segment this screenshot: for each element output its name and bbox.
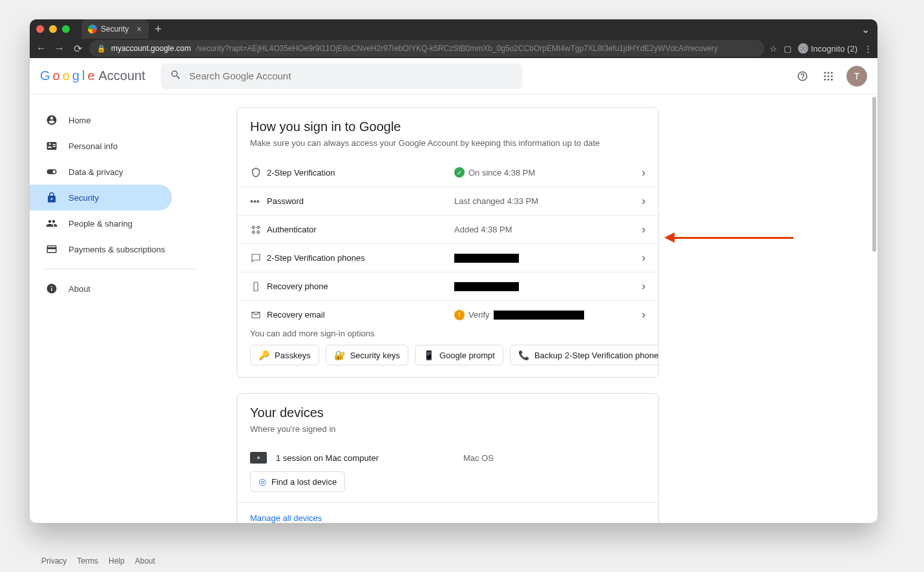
sidebar: Home Personal info Data & privacy Securi… (30, 94, 211, 523)
scrollbar[interactable] (872, 97, 876, 252)
chip-passkeys[interactable]: 🔑Passkeys (250, 345, 319, 365)
tab-title: Security (101, 25, 129, 34)
sidebar-item-label: Payments & subscriptions (68, 245, 165, 254)
incognito-indicator[interactable]: 👓 Incognito (2) (798, 43, 857, 54)
panel-icon[interactable]: ▢ (784, 44, 792, 54)
minimize-window-icon[interactable] (49, 25, 57, 33)
row-status: Last changed 4:33 PM (454, 196, 642, 206)
browser-tab[interactable]: Security × (81, 19, 149, 39)
row-2sv-phones[interactable]: 2-Step Verification phones › (237, 243, 658, 272)
warning-icon: ! (454, 310, 465, 320)
row-label: 2-Step Verification (267, 168, 454, 178)
target-icon: ◎ (258, 476, 266, 487)
phone-plus-icon: 📞 (518, 350, 529, 360)
row-label: 2-Step Verification phones (267, 253, 454, 263)
row-authenticator[interactable]: Authenticator Added 4:38 PM › (237, 215, 658, 243)
apps-grid-icon[interactable] (821, 68, 836, 84)
check-icon: ✓ (454, 167, 465, 178)
sidebar-item-label: Data & privacy (68, 167, 123, 177)
chip-google-prompt[interactable]: 📱Google prompt (415, 345, 503, 365)
footer-terms[interactable]: Terms (77, 557, 98, 566)
close-window-icon[interactable] (36, 25, 44, 33)
svg-point-4 (828, 75, 830, 77)
devices-subtitle: Where you're signed in (250, 424, 646, 434)
sidebar-item-label: People & sharing (68, 219, 132, 229)
svg-point-2 (831, 72, 833, 74)
row-password[interactable]: ••• Password Last changed 4:33 PM › (237, 187, 658, 215)
close-tab-icon[interactable]: × (136, 24, 142, 34)
device-session-row[interactable]: 1 session on Mac computer Mac OS (237, 444, 658, 471)
google-account-logo[interactable]: Google Account (40, 68, 145, 83)
kebab-menu-icon[interactable]: ⋮ (864, 44, 872, 54)
manage-devices-link[interactable]: Manage all devices (237, 503, 658, 523)
address-bar[interactable]: 🔒 myaccount.google.com/security?rapt=AEj… (89, 40, 764, 57)
footer-links: Privacy Terms Help About (41, 557, 155, 566)
row-recovery-phone[interactable]: Recovery phone › (237, 272, 658, 300)
reload-button[interactable]: ⟳ (71, 43, 84, 55)
logo-product-label: Account (99, 68, 145, 83)
incognito-icon: 👓 (798, 43, 808, 54)
sidebar-item-security[interactable]: Security (30, 185, 172, 210)
main-body: Home Personal info Data & privacy Securi… (30, 94, 877, 523)
row-label: Recovery phone (267, 281, 454, 291)
sidebar-item-personal-info[interactable]: Personal info (30, 133, 172, 159)
star-icon[interactable]: ☆ (770, 44, 777, 54)
info-icon (45, 283, 58, 294)
content-area: How you sign in to Google Make sure you … (211, 94, 877, 523)
new-tab-button[interactable]: + (155, 23, 162, 36)
svg-point-8 (831, 78, 833, 80)
forward-button[interactable]: → (53, 43, 66, 54)
svg-point-6 (824, 78, 826, 80)
app-header: Google Account T (30, 58, 877, 94)
device-session-text: 1 session on Mac computer (276, 453, 454, 463)
footer-about[interactable]: About (135, 557, 155, 566)
redacted-value (454, 282, 519, 291)
chevron-right-icon: › (642, 251, 646, 265)
browser-chrome: Security × + ⌄ ← → ⟳ 🔒 myaccount.google.… (30, 19, 877, 58)
chip-security-keys[interactable]: 🔐Security keys (326, 345, 408, 365)
find-device-button[interactable]: ◎Find a lost device (250, 471, 345, 492)
footer-help[interactable]: Help (109, 557, 125, 566)
avatar[interactable]: T (846, 66, 867, 87)
url-host: myaccount.google.com (111, 44, 191, 53)
signin-card-subtitle: Make sure you can always access your Goo… (250, 138, 646, 148)
search-box[interactable] (161, 63, 523, 89)
svg-point-0 (824, 72, 826, 74)
row-label: Password (267, 196, 454, 206)
home-icon (45, 114, 58, 126)
row-recovery-email[interactable]: Recovery email !Verify › (237, 300, 658, 329)
lock-icon: 🔒 (97, 45, 106, 53)
row-status (454, 282, 642, 291)
row-status: Added 4:38 PM (454, 225, 642, 234)
search-input[interactable] (189, 70, 514, 81)
maximize-window-icon[interactable] (62, 25, 70, 33)
toggle-icon (45, 166, 58, 178)
tabs-dropdown-icon[interactable]: ⌄ (861, 23, 870, 36)
sidebar-item-payments[interactable]: Payments & subscriptions (30, 236, 172, 262)
svg-point-5 (831, 75, 833, 77)
footer-privacy[interactable]: Privacy (41, 557, 67, 566)
phone-icon: 📱 (423, 350, 434, 360)
row-2sv[interactable]: 2-Step Verification ✓On since 4:38 PM › (237, 158, 658, 187)
people-icon (45, 218, 58, 229)
toolbar-row: ← → ⟳ 🔒 myaccount.google.com/security?ra… (30, 39, 877, 58)
row-status: ✓On since 4:38 PM (454, 167, 642, 178)
phone-icon (250, 281, 267, 292)
key-icon: 🔐 (334, 350, 345, 360)
back-button[interactable]: ← (35, 43, 48, 54)
tab-bar: Security × + ⌄ (30, 19, 877, 39)
sidebar-item-people-sharing[interactable]: People & sharing (30, 210, 172, 236)
chip-backup-phones[interactable]: 📞Backup 2-Step Verification phones (510, 345, 658, 365)
traffic-lights (36, 25, 70, 33)
redacted-value (494, 311, 584, 320)
sidebar-item-home[interactable]: Home (30, 107, 172, 133)
devices-card: Your devices Where you're signed in 1 se… (236, 393, 659, 523)
signin-chips: 🔑Passkeys 🔐Security keys 📱Google prompt … (237, 338, 658, 377)
sidebar-item-about[interactable]: About (30, 276, 172, 301)
chevron-right-icon: › (642, 166, 646, 179)
mail-icon (250, 309, 267, 321)
search-icon (170, 69, 182, 83)
help-icon[interactable] (795, 68, 810, 84)
sidebar-item-data-privacy[interactable]: Data & privacy (30, 159, 172, 185)
id-card-icon (45, 140, 58, 152)
